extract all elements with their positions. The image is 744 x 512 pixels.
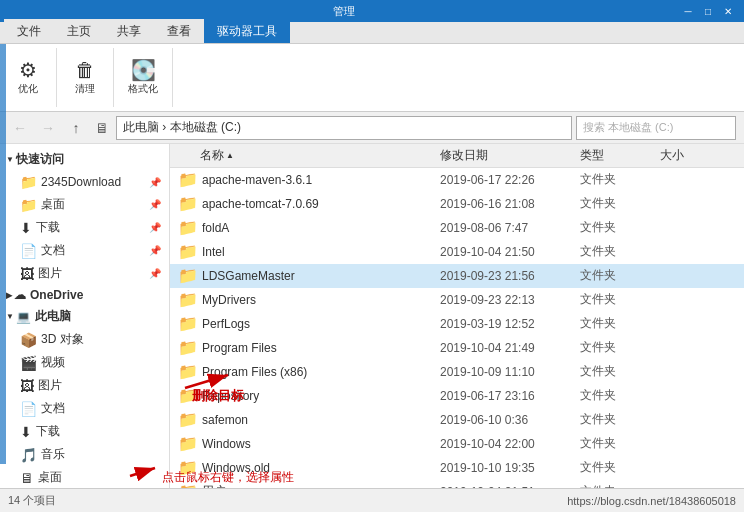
file-type-cell: 文件夹 (580, 459, 660, 476)
sidebar-item-desktop2[interactable]: 🖥 桌面 (0, 466, 169, 488)
cleanup-label: 清理 (75, 82, 95, 96)
file-date-cell: 2019-09-23 22:13 (440, 293, 580, 307)
format-label: 格式化 (128, 82, 158, 96)
onedrive-icon: ☁ (14, 288, 26, 302)
table-row[interactable]: 📁 PerfLogs 2019-03-19 12:52 文件夹 (170, 312, 744, 336)
left-edge-indicator (0, 44, 6, 464)
file-date-cell: 2019-08-06 7:47 (440, 221, 580, 235)
table-row[interactable]: 📁 Repository 2019-06-17 23:16 文件夹 (170, 384, 744, 408)
sidebar-item-3d-objects[interactable]: 📦 3D 对象 (0, 328, 169, 351)
sidebar-label: 桌面 (38, 469, 62, 486)
table-row[interactable]: 📁 safemon 2019-06-10 0:36 文件夹 (170, 408, 744, 432)
quick-access-chevron: ▼ (6, 155, 14, 164)
quick-access-header[interactable]: ▼ 快速访问 (0, 148, 169, 171)
sidebar: ▼ 快速访问 📁 2345Download 📌 📁 桌面 📌 ⬇ 下载 📌 📄 … (0, 144, 170, 488)
sidebar-item-pictures2[interactable]: 🖼 图片 (0, 374, 169, 397)
optimize-button[interactable]: ⚙ 优化 (8, 58, 48, 98)
table-row[interactable]: 📁 Program Files (x86) 2019-10-09 11:10 文… (170, 360, 744, 384)
minimize-button[interactable]: ─ (680, 3, 696, 19)
onedrive-header[interactable]: ▶ ☁ OneDrive (0, 285, 169, 305)
doc-icon: 📄 (20, 243, 37, 259)
folder-icon: 📁 (178, 194, 198, 213)
sidebar-item-desktop1[interactable]: 📁 桌面 📌 (0, 193, 169, 216)
address-path[interactable]: 此电脑 › 本地磁盘 (C:) (116, 116, 572, 140)
table-row[interactable]: 📁 Intel 2019-10-04 21:50 文件夹 (170, 240, 744, 264)
table-row[interactable]: 📁 LDSGameMaster 2019-09-23 21:56 文件夹 (170, 264, 744, 288)
tab-file[interactable]: 文件 (4, 19, 54, 43)
pin-icon: 📌 (149, 222, 161, 233)
table-row[interactable]: 📁 Windows.old 2019-10-10 19:35 文件夹 (170, 456, 744, 480)
table-row[interactable]: 📁 Program Files 2019-10-04 21:49 文件夹 (170, 336, 744, 360)
file-name-cell: 📁 LDSGameMaster (170, 266, 440, 285)
file-name: Program Files (202, 341, 277, 355)
file-name-cell: 📁 MyDrivers (170, 290, 440, 309)
file-date-cell: 2019-03-19 12:52 (440, 317, 580, 331)
sidebar-label: 下载 (36, 219, 60, 236)
search-box[interactable]: 搜索 本地磁盘 (C:) (576, 116, 736, 140)
file-type-cell: 文件夹 (580, 483, 660, 488)
file-type-cell: 文件夹 (580, 315, 660, 332)
tab-share[interactable]: 共享 (104, 19, 154, 43)
sidebar-item-video[interactable]: 🎬 视频 (0, 351, 169, 374)
maximize-button[interactable]: □ (700, 3, 716, 19)
ribbon-group-optimize: ⚙ 优化 (8, 48, 57, 107)
file-date-cell: 2019-06-17 23:16 (440, 389, 580, 403)
col-header-type[interactable]: 类型 (580, 147, 660, 164)
status-bar: 14 个项目 https://blog.csdn.net/18438605018 (0, 488, 744, 512)
file-name: Windows (202, 437, 251, 451)
folder-icon: 📁 (178, 410, 198, 429)
picture-icon2: 🖼 (20, 378, 34, 394)
col-type-label: 类型 (580, 147, 604, 164)
back-button[interactable]: ← (8, 116, 32, 140)
table-row[interactable]: 📁 Windows 2019-10-04 22:00 文件夹 (170, 432, 744, 456)
file-name: Repository (202, 389, 259, 403)
tab-view[interactable]: 查看 (154, 19, 204, 43)
table-row[interactable]: 📁 MyDrivers 2019-09-23 22:13 文件夹 (170, 288, 744, 312)
table-row[interactable]: 📁 apache-tomcat-7.0.69 2019-06-16 21:08 … (170, 192, 744, 216)
tab-driver-tools[interactable]: 驱动器工具 (204, 19, 290, 43)
file-name: LDSGameMaster (202, 269, 295, 283)
file-name-cell: 📁 Program Files (170, 338, 440, 357)
up-button[interactable]: ↑ (64, 116, 88, 140)
col-header-size[interactable]: 大小 (660, 147, 740, 164)
file-name: foldA (202, 221, 229, 235)
sidebar-item-documents1[interactable]: 📄 文档 📌 (0, 239, 169, 262)
sidebar-item-2345download[interactable]: 📁 2345Download 📌 (0, 171, 169, 193)
music-icon: 🎵 (20, 447, 37, 463)
picture-icon: 🖼 (20, 266, 34, 282)
this-pc-header[interactable]: ▼ 💻 此电脑 (0, 305, 169, 328)
forward-button[interactable]: → (36, 116, 60, 140)
col-header-name[interactable]: 名称 ▲ (170, 147, 440, 164)
cleanup-button[interactable]: 🗑 清理 (65, 58, 105, 98)
sidebar-item-downloads2[interactable]: ⬇ 下载 (0, 420, 169, 443)
close-button[interactable]: ✕ (720, 3, 736, 19)
ribbon-tabs: 文件 主页 共享 查看 驱动器工具 (0, 22, 744, 44)
sidebar-item-downloads1[interactable]: ⬇ 下载 📌 (0, 216, 169, 239)
folder-icon: 📁 (178, 386, 198, 405)
file-list-area: 名称 ▲ 修改日期 类型 大小 📁 apache-maven-3.6.1 201… (170, 144, 744, 488)
sidebar-item-music[interactable]: 🎵 音乐 (0, 443, 169, 466)
file-name: Windows.old (202, 461, 270, 475)
sidebar-item-documents2[interactable]: 📄 文档 (0, 397, 169, 420)
file-date-cell: 2019-06-10 0:36 (440, 413, 580, 427)
table-row[interactable]: 📁 用户 2019-10-04 21:51 文件夹 (170, 480, 744, 488)
sidebar-label: 图片 (38, 265, 62, 282)
file-name: apache-tomcat-7.0.69 (202, 197, 319, 211)
table-row[interactable]: 📁 apache-maven-3.6.1 2019-06-17 22:26 文件… (170, 168, 744, 192)
file-date-cell: 2019-10-09 11:10 (440, 365, 580, 379)
tab-home[interactable]: 主页 (54, 19, 104, 43)
format-button[interactable]: 💽 格式化 (122, 58, 164, 98)
file-name: 用户 (202, 483, 226, 488)
file-name-cell: 📁 PerfLogs (170, 314, 440, 333)
file-name-cell: 📁 safemon (170, 410, 440, 429)
this-pc-label: 此电脑 (35, 308, 71, 325)
file-date-cell: 2019-09-23 21:56 (440, 269, 580, 283)
file-name-cell: 📁 foldA (170, 218, 440, 237)
file-type-cell: 文件夹 (580, 171, 660, 188)
watermark: https://blog.csdn.net/18438605018 (567, 495, 736, 507)
folder-icon: 📁 (20, 174, 37, 190)
file-name-cell: 📁 Windows (170, 434, 440, 453)
col-header-date[interactable]: 修改日期 (440, 147, 580, 164)
table-row[interactable]: 📁 foldA 2019-08-06 7:47 文件夹 (170, 216, 744, 240)
sidebar-item-pictures1[interactable]: 🖼 图片 📌 (0, 262, 169, 285)
